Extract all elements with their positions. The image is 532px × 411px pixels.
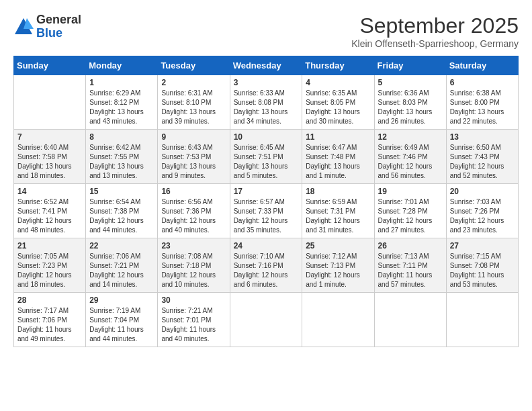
day-number: 15 [89, 187, 154, 196]
calendar-cell: 18Sunrise: 6:59 AM Sunset: 7:31 PM Dayli… [302, 184, 374, 238]
day-info: Sunrise: 7:05 AM Sunset: 7:23 PM Dayligh… [17, 252, 82, 289]
calendar-cell [302, 293, 374, 347]
day-info: Sunrise: 7:03 AM Sunset: 7:26 PM Dayligh… [450, 197, 515, 235]
day-info: Sunrise: 7:10 AM Sunset: 7:16 PM Dayligh… [234, 252, 299, 289]
day-info: Sunrise: 7:17 AM Sunset: 7:06 PM Dayligh… [17, 306, 82, 344]
day-info: Sunrise: 7:01 AM Sunset: 7:28 PM Dayligh… [378, 197, 443, 235]
location-title: Klein Offenseth-Sparrieshoop, Germany [351, 38, 519, 49]
day-number: 16 [161, 187, 226, 196]
day-info: Sunrise: 6:56 AM Sunset: 7:36 PM Dayligh… [161, 197, 226, 235]
calendar-cell [374, 293, 446, 347]
calendar-cell [446, 293, 518, 347]
calendar-cell: 23Sunrise: 7:08 AM Sunset: 7:18 PM Dayli… [158, 238, 230, 293]
header-wednesday: Wednesday [230, 56, 302, 75]
logo: General Blue [13, 13, 81, 40]
calendar-cell: 21Sunrise: 7:05 AM Sunset: 7:23 PM Dayli… [14, 238, 86, 293]
calendar-cell: 9Sunrise: 6:43 AM Sunset: 7:53 PM Daylig… [158, 130, 230, 184]
header-thursday: Thursday [302, 56, 374, 75]
calendar-cell: 16Sunrise: 6:56 AM Sunset: 7:36 PM Dayli… [158, 184, 230, 238]
day-info: Sunrise: 6:45 AM Sunset: 7:51 PM Dayligh… [234, 143, 299, 181]
day-info: Sunrise: 6:50 AM Sunset: 7:43 PM Dayligh… [450, 143, 515, 181]
day-number: 6 [450, 78, 515, 87]
day-number: 4 [306, 78, 370, 87]
day-info: Sunrise: 6:38 AM Sunset: 8:00 PM Dayligh… [450, 89, 515, 126]
day-info: Sunrise: 6:29 AM Sunset: 8:12 PM Dayligh… [89, 89, 154, 126]
day-number: 18 [306, 187, 370, 196]
day-number: 10 [234, 132, 299, 142]
day-number: 26 [378, 241, 443, 250]
day-number: 20 [450, 187, 515, 196]
day-info: Sunrise: 7:15 AM Sunset: 7:08 PM Dayligh… [450, 252, 515, 289]
calendar-cell: 27Sunrise: 7:15 AM Sunset: 7:08 PM Dayli… [446, 238, 518, 293]
day-number: 11 [306, 132, 370, 142]
day-info: Sunrise: 6:57 AM Sunset: 7:33 PM Dayligh… [234, 197, 299, 235]
day-info: Sunrise: 6:49 AM Sunset: 7:46 PM Dayligh… [378, 143, 443, 181]
calendar-cell: 3Sunrise: 6:33 AM Sunset: 8:08 PM Daylig… [230, 75, 302, 130]
day-info: Sunrise: 6:42 AM Sunset: 7:55 PM Dayligh… [89, 143, 154, 181]
day-info: Sunrise: 7:19 AM Sunset: 7:04 PM Dayligh… [89, 306, 154, 344]
day-number: 1 [89, 78, 154, 87]
title-block: September 2025 Klein Offenseth-Sparriesh… [351, 13, 519, 49]
day-number: 13 [450, 132, 515, 142]
month-title: September 2025 [351, 13, 519, 38]
day-info: Sunrise: 6:40 AM Sunset: 7:58 PM Dayligh… [17, 143, 82, 181]
day-number: 28 [17, 295, 82, 305]
day-number: 21 [17, 241, 82, 250]
calendar-week-row: 7Sunrise: 6:40 AM Sunset: 7:58 PM Daylig… [14, 130, 519, 184]
day-number: 19 [378, 187, 443, 196]
day-number: 7 [17, 132, 82, 142]
calendar-cell: 20Sunrise: 7:03 AM Sunset: 7:26 PM Dayli… [446, 184, 518, 238]
calendar-cell: 24Sunrise: 7:10 AM Sunset: 7:16 PM Dayli… [230, 238, 302, 293]
calendar-cell: 29Sunrise: 7:19 AM Sunset: 7:04 PM Dayli… [86, 293, 158, 347]
day-info: Sunrise: 7:21 AM Sunset: 7:01 PM Dayligh… [161, 306, 226, 344]
header-friday: Friday [374, 56, 446, 75]
day-info: Sunrise: 6:59 AM Sunset: 7:31 PM Dayligh… [306, 197, 370, 235]
day-info: Sunrise: 6:33 AM Sunset: 8:08 PM Dayligh… [234, 89, 299, 126]
day-info: Sunrise: 7:13 AM Sunset: 7:11 PM Dayligh… [378, 252, 443, 289]
day-info: Sunrise: 6:31 AM Sunset: 8:10 PM Dayligh… [161, 89, 226, 126]
day-number: 17 [234, 187, 299, 196]
day-number: 29 [89, 295, 154, 305]
calendar-cell: 17Sunrise: 6:57 AM Sunset: 7:33 PM Dayli… [230, 184, 302, 238]
day-number: 14 [17, 187, 82, 196]
header-monday: Monday [86, 56, 158, 75]
day-info: Sunrise: 6:35 AM Sunset: 8:05 PM Dayligh… [306, 89, 370, 126]
calendar-cell: 7Sunrise: 6:40 AM Sunset: 7:58 PM Daylig… [14, 130, 86, 184]
calendar-week-row: 21Sunrise: 7:05 AM Sunset: 7:23 PM Dayli… [14, 238, 519, 293]
day-number: 30 [161, 295, 226, 305]
day-number: 8 [89, 132, 154, 142]
calendar-cell: 13Sunrise: 6:50 AM Sunset: 7:43 PM Dayli… [446, 130, 518, 184]
header-sunday: Sunday [14, 56, 86, 75]
calendar-cell: 26Sunrise: 7:13 AM Sunset: 7:11 PM Dayli… [374, 238, 446, 293]
day-info: Sunrise: 7:06 AM Sunset: 7:21 PM Dayligh… [89, 252, 154, 289]
day-info: Sunrise: 6:52 AM Sunset: 7:41 PM Dayligh… [17, 197, 82, 235]
calendar-cell [230, 293, 302, 347]
calendar-week-row: 28Sunrise: 7:17 AM Sunset: 7:06 PM Dayli… [14, 293, 519, 347]
day-number: 2 [161, 78, 226, 87]
day-number: 27 [450, 241, 515, 250]
logo-icon [13, 17, 34, 37]
calendar-header-row: SundayMondayTuesdayWednesdayThursdayFrid… [14, 56, 519, 75]
day-number: 5 [378, 78, 443, 87]
calendar-cell [14, 75, 86, 130]
day-number: 9 [161, 132, 226, 142]
calendar-cell: 28Sunrise: 7:17 AM Sunset: 7:06 PM Dayli… [14, 293, 86, 347]
calendar-cell: 6Sunrise: 6:38 AM Sunset: 8:00 PM Daylig… [446, 75, 518, 130]
header-saturday: Saturday [446, 56, 518, 75]
day-info: Sunrise: 7:12 AM Sunset: 7:13 PM Dayligh… [306, 252, 370, 289]
calendar-cell: 22Sunrise: 7:06 AM Sunset: 7:21 PM Dayli… [86, 238, 158, 293]
day-number: 23 [161, 241, 226, 250]
calendar-cell: 19Sunrise: 7:01 AM Sunset: 7:28 PM Dayli… [374, 184, 446, 238]
day-info: Sunrise: 6:54 AM Sunset: 7:38 PM Dayligh… [89, 197, 154, 235]
page-header: General Blue September 2025 Klein Offens… [13, 13, 519, 49]
calendar-cell: 25Sunrise: 7:12 AM Sunset: 7:13 PM Dayli… [302, 238, 374, 293]
day-number: 3 [234, 78, 299, 87]
day-info: Sunrise: 6:47 AM Sunset: 7:48 PM Dayligh… [306, 143, 370, 181]
logo-text: General Blue [36, 13, 81, 40]
calendar-cell: 4Sunrise: 6:35 AM Sunset: 8:05 PM Daylig… [302, 75, 374, 130]
calendar-cell: 2Sunrise: 6:31 AM Sunset: 8:10 PM Daylig… [158, 75, 230, 130]
calendar-cell: 12Sunrise: 6:49 AM Sunset: 7:46 PM Dayli… [374, 130, 446, 184]
calendar-cell: 14Sunrise: 6:52 AM Sunset: 7:41 PM Dayli… [14, 184, 86, 238]
calendar-cell: 8Sunrise: 6:42 AM Sunset: 7:55 PM Daylig… [86, 130, 158, 184]
calendar-cell: 5Sunrise: 6:36 AM Sunset: 8:03 PM Daylig… [374, 75, 446, 130]
